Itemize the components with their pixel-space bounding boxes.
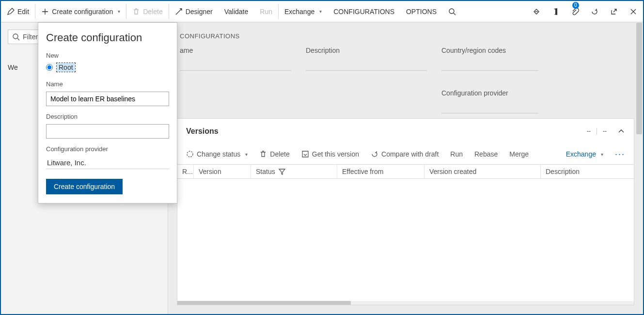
plus-icon: [41, 8, 49, 16]
dialog-title: Create configuration: [46, 32, 169, 44]
versions-table-header: R... Version Status Effective from Versi…: [177, 164, 634, 179]
dialog-description-label: Description: [46, 113, 169, 120]
configurations-heading: CONFIGURATIONS: [180, 32, 631, 40]
delete-button[interactable]: Delete: [126, 1, 168, 22]
merge-button[interactable]: Merge: [509, 150, 529, 158]
status-icon: [186, 150, 194, 158]
options-label: OPTIONS: [406, 8, 437, 16]
svg-point-2: [187, 151, 193, 157]
col-status[interactable]: Status: [251, 165, 337, 178]
version-exchange-button[interactable]: Exchange: [566, 150, 603, 158]
dialog-provider-value: Litware, Inc.: [46, 157, 169, 169]
run-button[interactable]: Run: [254, 1, 278, 22]
versions-table-body: [177, 179, 634, 301]
validate-label: Validate: [224, 8, 249, 16]
country-label: Country/region codes: [441, 47, 538, 54]
change-status-button[interactable]: Change status: [186, 150, 248, 158]
versions-panel: Versions -- -- Change status Delete: [177, 118, 634, 305]
create-configuration-button[interactable]: Create configuration: [35, 1, 126, 22]
edit-button[interactable]: Edit: [1, 1, 35, 22]
dialog-name-label: Name: [46, 80, 169, 88]
validate-button[interactable]: Validate: [219, 1, 254, 22]
description-label: Description: [306, 47, 427, 54]
dialog-submit-button[interactable]: Create configuration: [46, 179, 123, 194]
get-version-label: Get this version: [312, 150, 359, 158]
edit-label: Edit: [17, 8, 29, 16]
create-configuration-dialog: Create configuration New Root Name Descr…: [38, 22, 177, 204]
compare-button[interactable]: Compare with draft: [371, 150, 439, 158]
configurations-button[interactable]: CONFIGURATIONS: [328, 1, 400, 22]
version-delete-button[interactable]: Delete: [259, 150, 289, 158]
dialog-description-input[interactable]: [46, 124, 169, 139]
attachments-count: 0: [572, 2, 579, 9]
version-run-label: Run: [450, 150, 463, 158]
top-toolbar: Edit Create configuration Delete Designe…: [1, 1, 643, 22]
version-run-button[interactable]: Run: [450, 150, 463, 158]
designer-label: Designer: [186, 8, 213, 16]
filter-placeholder: Filter: [23, 33, 38, 41]
versions-marker2: --: [597, 128, 607, 135]
dialog-provider-label: Configuration provider: [46, 145, 169, 153]
attachments-button[interactable]: 0: [565, 1, 585, 22]
right-scrollbar[interactable]: [636, 23, 642, 134]
rebase-button[interactable]: Rebase: [474, 150, 498, 158]
close-button[interactable]: [624, 1, 643, 22]
description-field[interactable]: [306, 60, 427, 71]
dialog-name-input[interactable]: [46, 92, 169, 106]
diamond-icon: [533, 8, 540, 16]
svg-point-0: [449, 9, 454, 14]
root-radio[interactable]: [46, 64, 53, 71]
versions-marker1: --: [587, 128, 591, 135]
dialog-submit-label: Create configuration: [54, 183, 115, 190]
dialog-new-group-label: New: [46, 52, 169, 59]
col-version[interactable]: Version: [194, 165, 251, 178]
compare-label: Compare with draft: [381, 150, 439, 158]
get-version-button[interactable]: Get this version: [301, 150, 359, 158]
col-effective[interactable]: Effective from: [337, 165, 424, 178]
trash-icon: [132, 8, 140, 16]
col-description[interactable]: Description: [541, 165, 634, 178]
popout-icon: [610, 8, 618, 16]
change-status-label: Change status: [197, 150, 240, 158]
search-icon: [448, 8, 456, 16]
search-icon: [12, 33, 20, 41]
versions-toolbar: Change status Delete Get this version Co…: [177, 144, 634, 164]
run-label: Run: [260, 8, 272, 16]
version-exchange-label: Exchange: [566, 150, 596, 158]
compare-icon: [371, 150, 378, 158]
office-icon: [552, 8, 560, 16]
designer-button[interactable]: Designer: [169, 1, 219, 22]
create-config-label: Create configuration: [52, 8, 113, 16]
close-icon: [629, 8, 637, 16]
configurations-label: CONFIGURATIONS: [333, 8, 394, 16]
merge-label: Merge: [509, 150, 529, 158]
options-button[interactable]: OPTIONS: [400, 1, 442, 22]
col-created[interactable]: Version created: [424, 165, 541, 178]
exchange-button[interactable]: Exchange: [279, 1, 328, 22]
name-field[interactable]: [180, 60, 291, 71]
versions-more-button[interactable]: ···: [615, 149, 625, 159]
office-button[interactable]: [546, 1, 565, 22]
version-delete-label: Delete: [270, 150, 289, 158]
delete-label: Delete: [143, 8, 162, 16]
search-button[interactable]: [442, 1, 462, 22]
country-field[interactable]: [441, 60, 538, 71]
filter-icon: [278, 168, 286, 175]
designer-icon: [175, 8, 183, 16]
chevron-up-icon[interactable]: [617, 127, 625, 135]
trash-icon: [259, 150, 267, 158]
name-label: ame: [180, 47, 291, 54]
col-r[interactable]: R...: [177, 165, 194, 178]
provider-label: Configuration provider: [441, 89, 538, 97]
connected-apps-button[interactable]: [527, 1, 546, 22]
versions-h-scrollbar[interactable]: [177, 301, 634, 305]
popout-button[interactable]: [604, 1, 624, 22]
provider-field[interactable]: [441, 103, 538, 113]
refresh-button[interactable]: [585, 1, 604, 22]
refresh-icon: [591, 8, 598, 16]
configurations-panel: CONFIGURATIONS ame Description Country/r…: [168, 23, 643, 118]
edit-icon: [7, 8, 15, 16]
exchange-label: Exchange: [284, 8, 314, 16]
right-column: CONFIGURATIONS ame Description Country/r…: [168, 23, 643, 314]
versions-title: Versions: [186, 127, 219, 136]
